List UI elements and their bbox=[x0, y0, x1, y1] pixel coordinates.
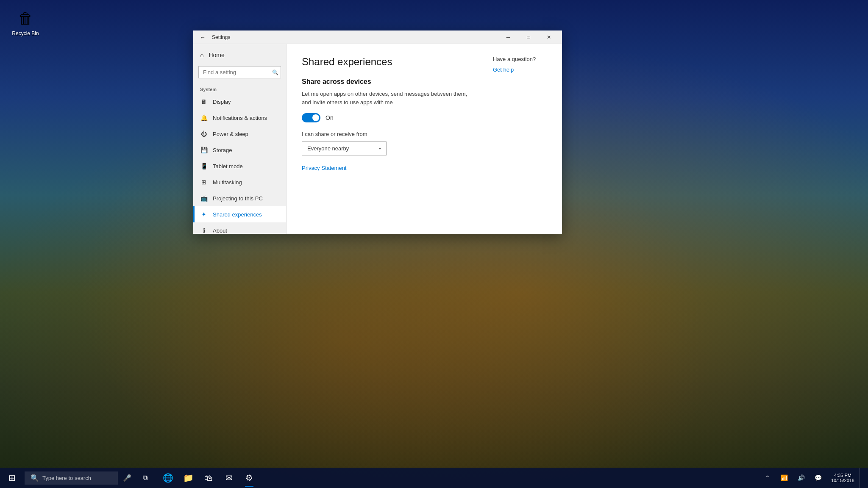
taskbar-settings-app[interactable]: ⚙ bbox=[239, 468, 259, 488]
taskbar-search-box[interactable]: 🔍 Type here to search bbox=[25, 471, 118, 485]
taskbar-search-icon: 🔍 bbox=[31, 474, 39, 482]
sidebar-home-label: Home bbox=[209, 52, 224, 58]
title-bar-left: ← Settings bbox=[197, 31, 230, 43]
search-input[interactable] bbox=[198, 66, 281, 78]
sidebar-item-projecting[interactable]: 📺 Projecting to this PC bbox=[193, 190, 286, 206]
task-view-button[interactable]: ⧉ bbox=[136, 468, 153, 488]
help-question: Have a question? bbox=[493, 56, 555, 62]
title-bar: ← Settings ─ □ ✕ bbox=[193, 30, 562, 44]
share-dropdown[interactable]: Everyone nearby ▾ bbox=[302, 141, 387, 155]
sidebar-item-about[interactable]: ℹ About bbox=[193, 222, 286, 234]
sidebar-display-label: Display bbox=[213, 99, 231, 105]
projecting-icon: 📺 bbox=[200, 194, 208, 202]
sidebar-item-display[interactable]: 🖥 Display bbox=[193, 94, 286, 110]
close-button[interactable]: ✕ bbox=[539, 30, 559, 44]
taskbar-clock[interactable]: 4:35 PM 10/15/2018 bbox=[828, 468, 858, 488]
help-sidebar: Have a question? Get help bbox=[486, 44, 562, 234]
sidebar-power-label: Power & sleep bbox=[213, 131, 248, 137]
taskbar-search-placeholder: Type here to search bbox=[42, 475, 91, 481]
taskbar-mail-app[interactable]: ✉ bbox=[219, 468, 239, 488]
sidebar-tablet-label: Tablet mode bbox=[213, 163, 243, 169]
sidebar-item-notifications[interactable]: 🔔 Notifications & actions bbox=[193, 110, 286, 126]
system-section-label: System bbox=[193, 82, 286, 94]
sidebar-item-power[interactable]: ⏻ Power & sleep bbox=[193, 126, 286, 142]
home-icon: ⌂ bbox=[200, 52, 203, 58]
action-center-icon[interactable]: 💬 bbox=[811, 468, 826, 488]
desktop: 🗑 Recycle Bin ← Settings ─ □ ✕ ⌂ Home bbox=[0, 0, 868, 488]
taskbar-store-app[interactable]: 🛍 bbox=[198, 468, 219, 488]
sidebar-item-home[interactable]: ⌂ Home bbox=[193, 47, 286, 63]
sidebar-notifications-label: Notifications & actions bbox=[213, 115, 267, 121]
window-controls: ─ □ ✕ bbox=[498, 30, 559, 44]
cortana-button[interactable]: 🎤 bbox=[119, 468, 136, 488]
storage-icon: 💾 bbox=[200, 146, 208, 154]
search-icon: 🔍 bbox=[272, 69, 278, 75]
taskbar-time: 4:35 PM bbox=[834, 473, 851, 478]
share-toggle[interactable] bbox=[302, 113, 320, 122]
sidebar-item-shared-experiences[interactable]: ✦ Shared experiences bbox=[193, 206, 286, 222]
sidebar: ⌂ Home 🔍 System 🖥 Display 🔔 Notification… bbox=[193, 44, 287, 234]
main-content: Shared experiences Share across devices … bbox=[287, 44, 486, 234]
power-icon: ⏻ bbox=[200, 130, 208, 138]
recycle-bin-icon[interactable]: 🗑 Recycle Bin bbox=[8, 8, 42, 36]
sidebar-item-storage[interactable]: 💾 Storage bbox=[193, 142, 286, 158]
notifications-icon: 🔔 bbox=[200, 114, 208, 122]
shared-experiences-icon: ✦ bbox=[200, 211, 208, 218]
back-button[interactable]: ← bbox=[197, 31, 209, 43]
recycle-bin-label: Recycle Bin bbox=[12, 30, 39, 36]
recycle-bin-graphic: 🗑 bbox=[15, 8, 36, 29]
sidebar-multitasking-label: Multitasking bbox=[213, 179, 242, 186]
sidebar-about-label: About bbox=[213, 227, 227, 234]
settings-window: ← Settings ─ □ ✕ ⌂ Home 🔍 Sy bbox=[193, 30, 562, 234]
taskbar-system-tray: ⌃ 📶 🔊 💬 4:35 PM 10/15/2018 bbox=[760, 468, 866, 488]
start-button[interactable]: ⊞ bbox=[2, 468, 22, 488]
speaker-icon[interactable]: 🔊 bbox=[794, 468, 809, 488]
taskbar-edge-app[interactable]: 🌐 bbox=[158, 468, 178, 488]
sidebar-item-multitasking[interactable]: ⊞ Multitasking bbox=[193, 174, 286, 190]
multitasking-icon: ⊞ bbox=[200, 178, 208, 186]
chevron-down-icon: ▾ bbox=[379, 146, 381, 151]
taskbar-date: 10/15/2018 bbox=[831, 478, 854, 483]
toggle-row: On bbox=[302, 113, 470, 122]
taskbar: ⊞ 🔍 Type here to search 🎤 ⧉ 🌐 📁 🛍 ✉ ⚙ ⌃ … bbox=[0, 468, 868, 488]
chevron-up-icon[interactable]: ⌃ bbox=[760, 468, 775, 488]
tablet-icon: 📱 bbox=[200, 162, 208, 170]
sidebar-projecting-label: Projecting to this PC bbox=[213, 195, 263, 202]
settings-content: ⌂ Home 🔍 System 🖥 Display 🔔 Notification… bbox=[193, 44, 562, 234]
dropdown-value: Everyone nearby bbox=[307, 145, 349, 152]
share-from-label: I can share or receive from bbox=[302, 131, 470, 137]
page-title: Shared experiences bbox=[302, 56, 470, 68]
toggle-label: On bbox=[326, 114, 334, 121]
sidebar-item-tablet[interactable]: 📱 Tablet mode bbox=[193, 158, 286, 174]
taskbar-pinned-apps: 🌐 📁 🛍 ✉ ⚙ bbox=[158, 468, 259, 488]
sidebar-shared-label: Shared experiences bbox=[213, 211, 262, 218]
maximize-button[interactable]: □ bbox=[519, 30, 538, 44]
network-icon[interactable]: 📶 bbox=[777, 468, 792, 488]
toggle-knob bbox=[312, 114, 319, 121]
window-title: Settings bbox=[212, 34, 230, 40]
section-description: Let me open apps on other devices, send … bbox=[302, 90, 470, 106]
section-title: Share across devices bbox=[302, 78, 470, 86]
minimize-button[interactable]: ─ bbox=[498, 30, 518, 44]
show-desktop-button[interactable] bbox=[860, 468, 863, 488]
get-help-link[interactable]: Get help bbox=[493, 67, 514, 73]
sidebar-storage-label: Storage bbox=[213, 147, 232, 153]
search-box: 🔍 bbox=[198, 66, 281, 78]
privacy-statement-link[interactable]: Privacy Statement bbox=[302, 165, 347, 171]
taskbar-explorer-app[interactable]: 📁 bbox=[178, 468, 198, 488]
display-icon: 🖥 bbox=[200, 98, 208, 105]
about-icon: ℹ bbox=[200, 227, 208, 234]
